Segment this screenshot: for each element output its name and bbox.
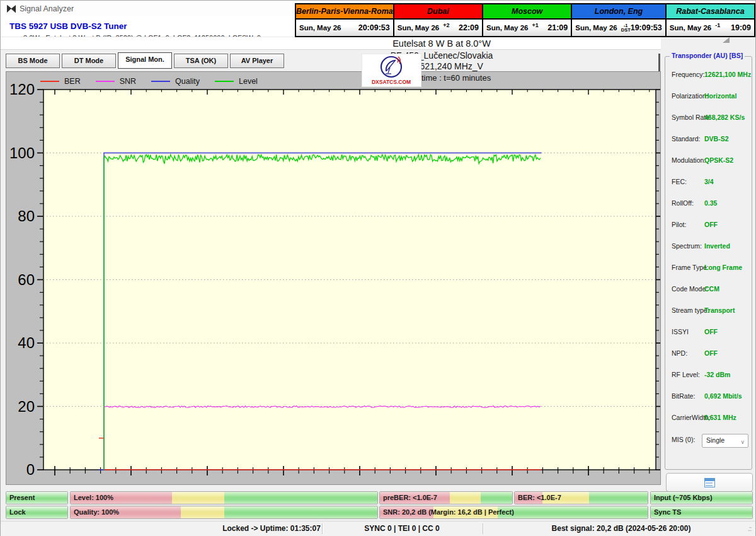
tp-value-rolloff-: 0.35	[704, 199, 717, 207]
legend-swatch	[215, 81, 234, 82]
statusbar-separator	[322, 523, 323, 534]
indicator-preber: preBER: <1.0E-7	[379, 491, 513, 504]
tp-value-rf-level-: -32 dBm	[704, 371, 730, 378]
signal-trend-chart: 020406080100120	[6, 72, 660, 484]
clock-date: Sun, May 26	[486, 24, 528, 32]
tab-dt-mode[interactable]: DT Mode	[62, 54, 116, 68]
clock-utc-offset: +2	[443, 22, 449, 28]
signal-chart-panel: BERSNRQualityLevel 020406080100120	[6, 71, 661, 485]
y-axis-tick-label: 40	[18, 334, 35, 351]
tab-bs-mode[interactable]: BS Mode	[6, 54, 60, 68]
clock-rabat-casablanca: Rabat-CasablancaSun, May 26-119:09	[665, 3, 755, 37]
bar-segment	[224, 492, 379, 504]
status-bar: Locked -> Uptime: 01:35:07 SYNC 0 | TEI …	[1, 521, 755, 536]
clock-time: 21:09	[547, 23, 568, 32]
tp-value-bitrate-: 0,692 Mbit/s	[704, 392, 742, 400]
clock-time-row: Sun, May 26-119:09	[667, 20, 754, 36]
indicator-quality: Quality: 100%	[70, 506, 378, 519]
tp-label-issyi: ISSYI	[672, 328, 689, 335]
clock-time-row: Sun, May 26+222:09	[394, 20, 482, 36]
tp-value-frame-type-: Long Frame	[704, 264, 742, 271]
bar-segment	[172, 492, 226, 504]
bar-segment	[481, 492, 513, 504]
bar-label: Quality: 100%	[74, 506, 119, 518]
bar-segment	[450, 492, 481, 504]
tp-label-npd-: NPD:	[672, 349, 687, 357]
statusbar-separator	[483, 523, 483, 534]
clock-city-label: Berlin-Paris-Vienna-Roma	[296, 4, 393, 20]
y-axis-tick-label: 0	[26, 461, 35, 478]
tp-label-frequency-: Frequency:	[672, 71, 705, 78]
tp-value-frequency-: 12621,100 MHz	[704, 71, 751, 78]
dxsatcs-logo: DXSATCS.COM	[362, 54, 421, 87]
tp-label-rf-level-: RF Level:	[672, 371, 700, 378]
legend-item-snr: SNR	[96, 77, 136, 86]
clock-date: Sun, May 26	[398, 24, 439, 32]
tp-value-spectrum-: Inverted	[704, 242, 730, 250]
clock-time: 22:09	[459, 23, 479, 32]
app-icon	[6, 4, 16, 14]
tab-signal-mon-[interactable]: Signal Mon.	[118, 52, 172, 69]
tp-label-stream-type-: Stream type:	[672, 306, 709, 314]
bar-label: BER: <1.0E-7	[518, 492, 561, 504]
list-icon	[704, 478, 715, 487]
clock-time-row: Sun, May 26-1DST19:09:53	[572, 20, 665, 36]
tp-label-mis: MIS (0):	[672, 436, 695, 443]
clock-date: Sun, May 26	[575, 24, 617, 32]
tp-label-rolloff-: RollOff:	[672, 199, 694, 207]
clock-date: Sun, May 26	[299, 24, 341, 32]
legend-swatch	[96, 81, 115, 82]
tp-value-issyi: OFF	[704, 328, 718, 335]
tp-value-npd-: OFF	[704, 349, 718, 357]
mis-dropdown[interactable]: Single∨	[702, 434, 748, 448]
clock-time: 20:09:53	[358, 23, 390, 32]
indicator-snr: SNR: 20,2 dB (Margin: 16,2 dB | Perfect)	[379, 506, 648, 519]
clock-utc-offset: +1	[532, 22, 538, 28]
tp-value-stream-type-: Transport	[704, 306, 735, 314]
bar-segment	[498, 506, 648, 518]
tp-value-fec-: 3/4	[704, 178, 714, 185]
clock-city-label: Dubai	[394, 4, 482, 20]
statusbar-sync: SYNC 0 | TEI 0 | CC 0	[364, 524, 439, 533]
clock-city-label: Moscow	[483, 4, 571, 20]
tp-label-pilot-: Pilot:	[672, 221, 686, 228]
bar-label: preBER: <1.0E-7	[383, 492, 437, 504]
clock-london-eng: London, EngSun, May 26-1DST19:09:53	[571, 3, 667, 37]
legend-swatch	[151, 81, 170, 82]
bar-segment	[181, 506, 226, 518]
clock-resize-handle[interactable]	[723, 37, 730, 43]
clock-time-row: Sun, May 26+121:09	[483, 20, 571, 36]
bar-label: Sync TS	[654, 506, 681, 518]
logo-text: DXSATCS.COM	[372, 79, 411, 85]
tab-tsa-ok-[interactable]: TSA (OK)	[174, 54, 228, 68]
clock-berlin-paris-vienna-roma: Berlin-Paris-Vienna-RomaSun, May 2620:09…	[295, 3, 394, 37]
clock-utc-offset: -1DST	[621, 23, 631, 33]
legend-label: Level	[239, 77, 258, 86]
bar-label: SNR: 20,2 dB (Margin: 16,2 dB | Perfect)	[383, 506, 514, 518]
y-axis-tick-label: 100	[9, 144, 35, 161]
transponder-group-title: Transponder (AU) [BS]	[670, 52, 745, 59]
legend-label: SNR	[120, 77, 136, 86]
tab-av-player[interactable]: AV Player	[230, 54, 284, 68]
window-title: Signal Analyzer	[20, 4, 74, 13]
resize-grip[interactable]: .::	[748, 525, 751, 532]
clock-date: Sun, May 26	[670, 24, 711, 32]
legend-label: Quality	[175, 77, 200, 86]
indicator-lock: Lock	[6, 506, 68, 519]
indicator-input-kbps-: Input (~705 Kbps)	[650, 491, 753, 504]
clock-time: 19:09:53	[631, 23, 662, 32]
clock-time: 19:09	[731, 23, 751, 32]
bar-label: Lock	[9, 506, 26, 518]
bar-label: Level: 100%	[74, 492, 113, 504]
y-axis-tick-label: 120	[9, 81, 35, 98]
tp-value-standard-: DVB-S2	[704, 135, 729, 143]
tp-label-code-mode-: Code Mode:	[672, 285, 707, 293]
tp-value-code-mode-: CCM	[704, 285, 719, 293]
clock-city-label: London, Eng	[572, 4, 665, 20]
tp-label-spectrum-: Spectrum:	[672, 242, 702, 250]
y-axis-tick-label: 60	[18, 271, 35, 288]
clock-moscow: MoscowSun, May 26+121:09	[482, 3, 572, 37]
legend-item-ber: BER	[40, 77, 81, 86]
tp-label-polarization-: Polarization:	[672, 92, 708, 100]
transponder-tool-button[interactable]	[666, 473, 753, 492]
